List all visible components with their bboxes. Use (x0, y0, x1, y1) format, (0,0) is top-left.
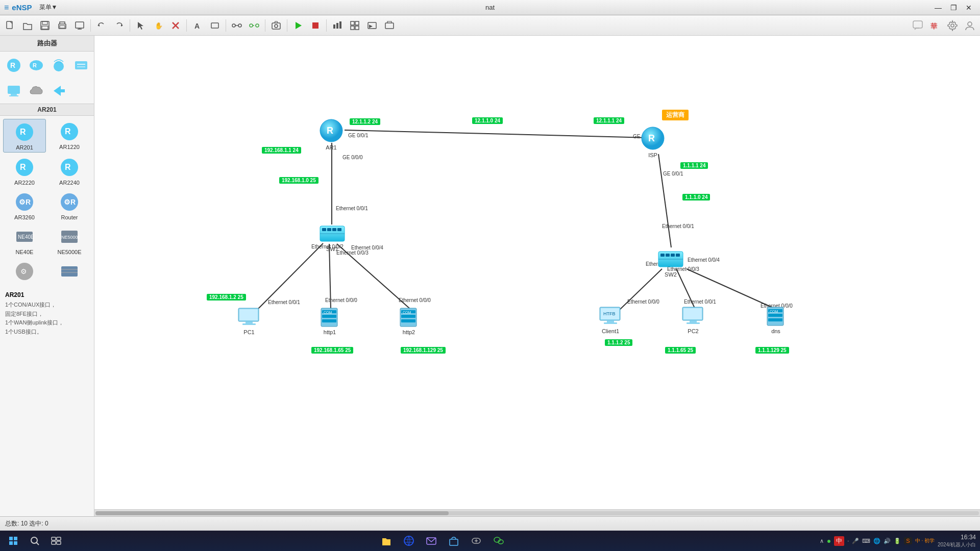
user-button[interactable] (962, 17, 978, 34)
label-12.1.1.1-24: 12.1.1.1 24 (594, 117, 624, 124)
browser-btn[interactable] (400, 532, 418, 550)
svg-point-17 (238, 24, 241, 27)
split-button[interactable] (347, 17, 363, 34)
open-button[interactable] (19, 17, 36, 34)
node-PC1[interactable]: PC1 (237, 306, 261, 335)
device-list: R AR201 R AR1220 R AR2220 R (0, 116, 94, 287)
toolbar: ✋ A ▶_ 華 (0, 15, 980, 36)
wechat-btn[interactable] (489, 532, 508, 550)
AR1-label: AR1 (326, 144, 336, 151)
minimize-button[interactable]: — (931, 2, 945, 13)
mail-btn[interactable] (422, 532, 440, 550)
svg-rect-120 (687, 322, 700, 324)
network-canvas[interactable]: 运营商 12.1.1.2 24 GE 0/0/1 12.1.1.0 24 12.… (94, 36, 980, 516)
device-type-4[interactable] (70, 55, 92, 76)
tray-battery[interactable]: 🔋 (894, 538, 901, 544)
label-1.1.1.129-25: 1.1.1.129 25 (755, 347, 789, 354)
svg-rect-134 (52, 541, 56, 544)
file-explorer-btn[interactable] (377, 532, 396, 550)
taskview-button[interactable] (47, 532, 65, 550)
tray-mic[interactable]: 🎤 (852, 538, 859, 544)
settings-button[interactable] (944, 17, 961, 34)
toolbar-sep-6 (287, 19, 287, 32)
horizontal-scrollbar[interactable] (94, 509, 980, 516)
device-AR2220[interactable]: R AR2220 (3, 155, 46, 187)
svg-text:NE5000E: NE5000E (61, 235, 80, 240)
node-ISP[interactable]: R ISP (640, 125, 666, 158)
text-tool[interactable]: A (189, 17, 206, 34)
device-type-2[interactable]: R (26, 55, 47, 76)
Router-label: Router (61, 214, 78, 220)
restore-button[interactable]: ❐ (946, 2, 961, 13)
tray-kbd[interactable]: ⌨ (862, 538, 870, 544)
device-extra2[interactable] (48, 259, 91, 284)
tray-vol[interactable]: 🔊 (884, 538, 891, 544)
huawei-button[interactable]: 華 (927, 17, 943, 34)
connect-tool[interactable] (229, 17, 245, 34)
device-type-cloud[interactable] (26, 80, 47, 102)
device-info-box: AR201 1个CON/AUX接口， 固定8FE接口， 1个WAN侧uplink… (0, 287, 94, 516)
undo-button[interactable] (93, 17, 110, 34)
node-SW1[interactable]: SW1 (319, 221, 346, 252)
snapshot-button[interactable] (381, 17, 398, 34)
device-Router[interactable]: ⚙R Router (48, 189, 91, 222)
scrollbar-track[interactable] (95, 511, 979, 515)
menu-button[interactable]: 菜单▼ (35, 2, 62, 13)
tray-net[interactable]: 🌐 (873, 538, 880, 544)
device-NE5000E[interactable]: NE5000E NE5000E (48, 224, 91, 257)
redo-button[interactable] (111, 17, 127, 34)
new-button[interactable] (2, 17, 18, 34)
svg-point-39 (968, 22, 972, 26)
delete-tool[interactable] (167, 17, 184, 34)
diagram-button[interactable] (329, 17, 346, 34)
AR2240-icon: R (58, 156, 81, 179)
svg-text:HTFB: HTFB (603, 311, 616, 316)
preview-button[interactable] (71, 17, 88, 34)
device-AR2240[interactable]: R AR2240 (48, 155, 91, 187)
tray-up-arrow[interactable]: ∧ (820, 538, 824, 544)
titlebar: ≡ eNSP 菜单▼ nat — ❐ ✕ (0, 0, 980, 15)
print-button[interactable] (54, 17, 70, 34)
save-button[interactable] (37, 17, 53, 34)
connect2-tool[interactable] (246, 17, 262, 34)
start-button[interactable] (4, 532, 22, 550)
canvas-area[interactable]: 运营商 12.1.1.2 24 GE 0/0/1 12.1.1.0 24 12.… (94, 36, 980, 516)
store-btn[interactable] (445, 532, 463, 550)
node-SW2[interactable]: SW2 (657, 246, 684, 278)
device-type-arrow[interactable] (48, 80, 69, 102)
terminal-button[interactable]: ▶_ (364, 17, 380, 34)
device-type-1[interactable]: R (3, 55, 24, 76)
ime-label[interactable]: 中 (834, 536, 844, 546)
stop-button[interactable] (307, 17, 324, 34)
extra1-icon: ⚙ (13, 260, 36, 283)
isp-region-label: 运营商 (662, 110, 689, 120)
search-button[interactable] (26, 532, 44, 550)
svg-text:R: R (65, 127, 71, 136)
tray-wechat[interactable]: ● (827, 537, 831, 545)
run-button[interactable] (290, 17, 306, 34)
device-extra1[interactable]: ⚙ (3, 259, 46, 284)
node-Client1[interactable]: HTFB Client1 (599, 305, 622, 334)
node-dns[interactable]: COM dns (764, 305, 788, 334)
capture-tool[interactable] (268, 17, 284, 34)
rect-tool[interactable] (207, 17, 223, 34)
tray-dot: · (847, 538, 849, 544)
device-AR3260[interactable]: ⚙R AR3260 (3, 189, 46, 222)
device-type-3[interactable] (48, 55, 69, 76)
device-NE40E[interactable]: NE40E NE40E (3, 224, 46, 257)
select-tool[interactable] (133, 17, 149, 34)
node-AR1[interactable]: R AR1 (318, 117, 345, 151)
svg-rect-5 (60, 26, 65, 28)
device-type-pc[interactable] (3, 80, 24, 102)
close-button[interactable]: ✕ (962, 2, 976, 13)
node-http2[interactable]: COM http2 (397, 306, 421, 335)
device-AR201[interactable]: R AR201 (3, 119, 46, 153)
node-http1[interactable]: COM http1 (318, 306, 341, 335)
svg-rect-133 (57, 537, 61, 540)
chat-button[interactable] (910, 17, 926, 34)
node-PC2[interactable]: PC2 (681, 305, 705, 334)
move-tool[interactable]: ✋ (150, 17, 166, 34)
scrollbar-thumb[interactable] (95, 511, 449, 515)
game-btn[interactable] (467, 532, 485, 550)
device-AR1220[interactable]: R AR1220 (48, 119, 91, 153)
